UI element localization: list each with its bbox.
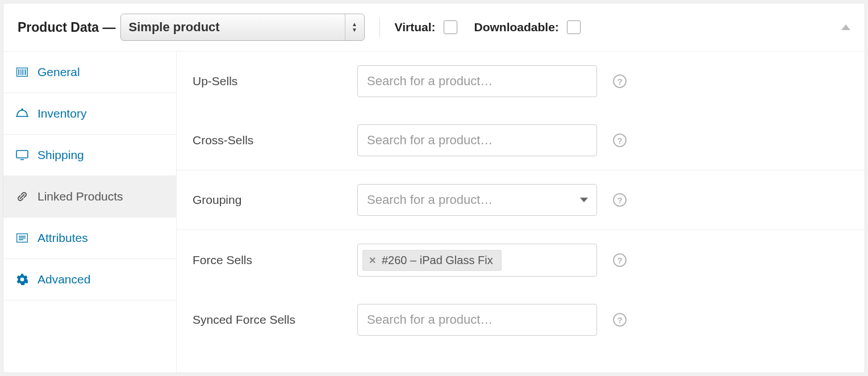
panel-header: Product Data — Simple product ▲▼ Virtual… — [3, 3, 865, 52]
svg-line-10 — [20, 194, 24, 199]
force-sells-input[interactable]: ✕ #260 – iPad Glass Fix — [357, 244, 597, 277]
help-icon[interactable]: ? — [613, 74, 627, 88]
input-wrap-synced-force-sells — [357, 304, 597, 336]
label-grouping: Grouping — [193, 193, 346, 207]
tab-label: Shipping — [37, 148, 84, 162]
help-icon[interactable]: ? — [613, 253, 627, 267]
cross-sells-input[interactable] — [357, 124, 597, 156]
help-icon[interactable]: ? — [613, 133, 627, 147]
row-up-sells: Up-Sells ? — [177, 52, 865, 111]
label-force-sells: Force Sells — [193, 253, 346, 267]
grouping-select[interactable] — [357, 184, 597, 216]
downloadable-label: Downloadable: — [474, 20, 559, 34]
tab-label: Advanced — [37, 273, 90, 286]
section-force-sells: Force Sells ✕ #260 – iPad Glass Fix ? Sy… — [177, 229, 865, 349]
product-type-select[interactable]: Simple product ▲▼ — [120, 14, 365, 41]
product-data-panel: Product Data — Simple product ▲▼ Virtual… — [3, 3, 865, 373]
section-sells: Up-Sells ? Cross-Sells ? — [177, 52, 865, 170]
selected-product-tag: ✕ #260 – iPad Glass Fix — [362, 250, 502, 271]
svg-rect-8 — [16, 151, 28, 158]
tab-inventory[interactable]: Inventory — [3, 93, 176, 135]
gear-icon — [16, 273, 28, 286]
panel-title: Product Data — — [18, 20, 116, 35]
up-sells-input[interactable] — [357, 65, 597, 97]
label-cross-sells: Cross-Sells — [193, 133, 346, 147]
cloche-icon — [16, 107, 28, 120]
product-type-value: Simple product — [129, 20, 220, 35]
tab-label: General — [37, 65, 80, 79]
header-divider — [379, 18, 380, 37]
input-wrap-cross-sells — [357, 124, 597, 156]
content: Up-Sells ? Cross-Sells ? Grouping — [177, 52, 865, 373]
tab-attributes[interactable]: Attributes — [3, 218, 176, 259]
synced-force-sells-input[interactable] — [357, 304, 597, 336]
svg-point-7 — [22, 108, 23, 110]
row-force-sells: Force Sells ✕ #260 – iPad Glass Fix ? — [177, 230, 865, 290]
virtual-group: Virtual: — [395, 20, 457, 34]
row-synced-force-sells: Synced Force Sells ? — [177, 290, 865, 349]
panel-body: General Inventory Shipping Linked Produc… — [3, 52, 865, 373]
grouping-input[interactable] — [357, 184, 597, 216]
downloadable-checkbox[interactable] — [567, 20, 581, 34]
label-up-sells: Up-Sells — [193, 74, 346, 88]
tabs: General Inventory Shipping Linked Produc… — [3, 52, 177, 373]
tab-shipping[interactable]: Shipping — [3, 135, 176, 176]
link-icon — [16, 190, 28, 203]
virtual-checkbox[interactable] — [444, 20, 457, 34]
select-arrows-icon: ▲▼ — [345, 14, 364, 40]
tag-text: #260 – iPad Glass Fix — [382, 254, 493, 267]
screen-icon — [16, 149, 28, 161]
tab-general[interactable]: General — [3, 52, 176, 93]
tab-label: Linked Products — [37, 190, 123, 203]
row-grouping: Grouping ? — [177, 170, 865, 229]
tab-label: Inventory — [37, 107, 86, 120]
help-icon[interactable]: ? — [613, 193, 627, 207]
list-icon — [16, 232, 28, 244]
input-wrap-up-sells — [357, 65, 597, 97]
downloadable-group: Downloadable: — [474, 20, 581, 34]
tab-linked-products[interactable]: Linked Products — [3, 176, 176, 218]
section-grouping: Grouping ? — [177, 170, 865, 229]
tab-label: Attributes — [37, 231, 88, 245]
tab-advanced[interactable]: Advanced — [3, 259, 176, 300]
virtual-label: Virtual: — [395, 20, 436, 34]
label-synced-force-sells: Synced Force Sells — [193, 313, 346, 327]
help-icon[interactable]: ? — [613, 313, 627, 327]
remove-tag-icon[interactable]: ✕ — [369, 255, 376, 266]
collapse-toggle-icon[interactable] — [841, 24, 850, 30]
row-cross-sells: Cross-Sells ? — [177, 111, 865, 170]
barcode-icon — [16, 66, 28, 78]
